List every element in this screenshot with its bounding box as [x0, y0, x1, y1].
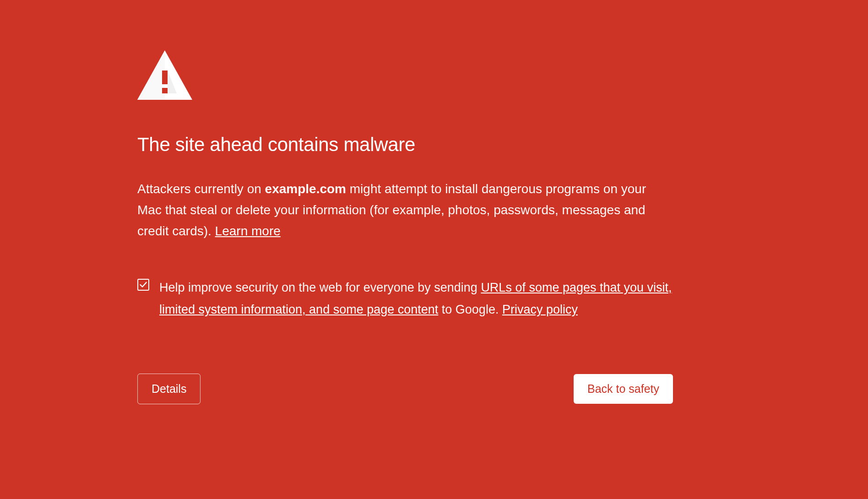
opt-in-row: Help improve security on the web for eve…	[137, 277, 673, 321]
warning-triangle-icon	[137, 50, 673, 102]
opt-in-checkbox[interactable]	[137, 279, 149, 291]
details-button[interactable]: Details	[137, 374, 201, 404]
opt-in-mid: to Google.	[438, 303, 502, 316]
malicious-domain: example.com	[265, 182, 346, 196]
svg-marker-1	[137, 50, 165, 100]
opt-in-label: Help improve security on the web for eve…	[159, 277, 673, 321]
button-row: Details Back to safety	[137, 374, 673, 404]
svg-rect-3	[162, 88, 168, 93]
opt-in-prefix: Help improve security on the web for eve…	[159, 281, 481, 294]
warning-description: Attackers currently on example.com might…	[137, 179, 673, 242]
back-to-safety-button[interactable]: Back to safety	[574, 374, 673, 404]
privacy-policy-link[interactable]: Privacy policy	[502, 303, 578, 316]
description-prefix: Attackers currently on	[137, 182, 265, 196]
interstitial-container: The site ahead contains malware Attacker…	[137, 50, 673, 404]
svg-rect-2	[162, 71, 168, 84]
checkmark-icon	[140, 282, 147, 288]
page-title: The site ahead contains malware	[137, 134, 673, 156]
learn-more-link[interactable]: Learn more	[215, 224, 281, 238]
